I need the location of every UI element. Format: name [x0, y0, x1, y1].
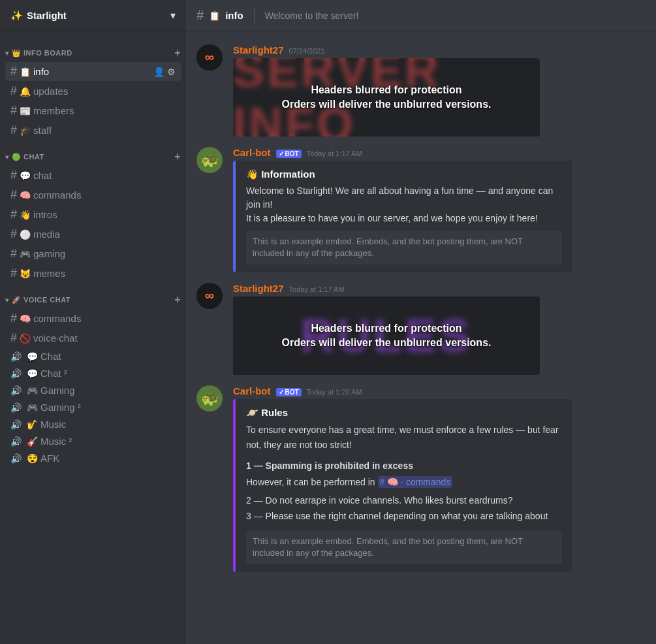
speaker-icon: 🔊	[10, 419, 22, 430]
blurred-image-info: SERVER INFO Headers blurred for protecti…	[233, 58, 540, 137]
channel-item-staff[interactable]: # 🎓 staff	[5, 121, 181, 140]
rule-2: 2 — Do not earrape in voice channels. Wh…	[246, 493, 562, 507]
voice-channel-gaming1[interactable]: 🔊 🎮 Gaming	[5, 382, 181, 398]
channel-item-media[interactable]: # ⚪ media	[5, 225, 181, 244]
rule-1-title: 1 — Spamming is prohibited in excess	[246, 459, 562, 473]
channel-name: members	[33, 105, 176, 116]
category-voice-chat[interactable]: ▾ 🚀 VOICE CHAT +	[0, 283, 186, 308]
message-timestamp: Today at 1:17 AM	[307, 150, 362, 157]
channel-name: updates	[33, 86, 176, 97]
message-timestamp: 07/24/2021	[289, 47, 325, 55]
message-group: 🐢 Carl-bot ✓ BOT Today at 1:20 AM 🪐 Rule…	[186, 383, 656, 575]
message-author: Starlight27	[233, 44, 284, 56]
channel-hash-icon: #	[10, 188, 17, 202]
channel-name: gaming	[33, 248, 176, 259]
voice-channel-music2[interactable]: 🔊 🎸 Music ²	[5, 433, 181, 449]
channel-item-voice-chat-text[interactable]: # 🚫 voice·chat	[5, 329, 181, 347]
message-author: Carl-bot	[233, 385, 271, 396]
voice-channel-name: Chat ²	[40, 368, 67, 379]
server-icon: ✨	[10, 10, 23, 22]
embed-rules-content: To ensure everyone has a great time, we …	[246, 423, 562, 523]
channel-hash-icon: #	[10, 312, 17, 325]
add-member-icon[interactable]: 👤	[153, 67, 164, 77]
channel-item-voice-commands[interactable]: # 🧠 commands	[5, 309, 181, 328]
svg-text:∞: ∞	[205, 288, 214, 302]
blur-protection-text: Headers blurred for protection Orders wi…	[282, 83, 492, 112]
server-chevron-icon: ▾	[170, 9, 176, 22]
voice-channel-name: Music	[40, 419, 66, 430]
channel-hash-icon: #	[10, 65, 17, 78]
add-channel-button[interactable]: +	[174, 47, 181, 59]
voice-channel-name: Gaming ²	[40, 402, 81, 413]
message-author: Starlight27	[233, 283, 284, 294]
channel-item-info[interactable]: # 📋 info 👤 ⚙	[5, 62, 181, 81]
voice-channel-music1[interactable]: 🔊 🎷 Music	[5, 416, 181, 432]
embed-info: 👋 Information Welcome to Starlight! We a…	[233, 161, 572, 272]
channel-hash-icon: #	[10, 227, 17, 241]
channel-emoji: ⚪	[20, 229, 31, 240]
channel-list: ▾ 👑 INFO BOARD + # 📋 info 👤 ⚙ # 🔔 update…	[0, 31, 186, 472]
voice-channel-name: AFK	[40, 453, 59, 464]
voice-emoji: 🎷	[27, 419, 38, 430]
category-arrow-icon: ▾	[5, 297, 9, 304]
bot-badge: ✓ BOT	[276, 150, 302, 158]
channel-name: staff	[33, 125, 176, 136]
voice-channel-name: Music ²	[40, 436, 72, 447]
speaker-icon: 🔊	[10, 351, 22, 362]
channel-hash-icon: #	[10, 331, 17, 345]
add-channel-button[interactable]: +	[174, 151, 181, 163]
header-emoji: 📋	[209, 10, 220, 21]
channel-item-intros[interactable]: # 👋 intros	[5, 205, 181, 224]
category-chat[interactable]: ▾ 🟢 CHAT +	[0, 140, 186, 165]
category-icon: 👑	[12, 49, 22, 57]
channel-hash-icon: #	[10, 104, 17, 118]
voice-emoji: 🎮	[27, 385, 38, 396]
channel-item-gaming[interactable]: # 🎮 gaming	[5, 244, 181, 263]
embed-footer: This is an example embed. Embeds, and th…	[246, 530, 562, 564]
speaker-icon: 🔊	[10, 453, 22, 464]
channel-name: commands	[33, 313, 176, 324]
channel-item-memes[interactable]: # 😺 memes	[5, 264, 181, 283]
category-label: INFO BOARD	[23, 49, 72, 57]
channel-name: info	[33, 66, 153, 77]
blurred-image-rules: RULES Headers blurred for protection Ord…	[233, 297, 540, 375]
voice-emoji: 🎸	[27, 436, 38, 447]
channel-hash-icon: #	[10, 266, 17, 280]
message-content: Carl-bot ✓ BOT Today at 1:17 AM 👋 Inform…	[233, 147, 646, 272]
embed-description: Welcome to Starlight! We are all about h…	[246, 184, 562, 225]
voice-channel-name: Gaming	[40, 385, 75, 396]
channel-emoji: 📋	[20, 67, 31, 77]
channel-emoji: 💬	[20, 170, 31, 181]
server-name: ✨ Starlight	[10, 10, 67, 22]
mention-hash: #	[380, 477, 385, 487]
voice-channel-chat2[interactable]: 🔊 💬 Chat ²	[5, 365, 181, 381]
channel-item-updates[interactable]: # 🔔 updates	[5, 82, 181, 101]
header-topic: Welcome to the server!	[265, 10, 359, 21]
channel-mention: # 🧠 · # 🧠 · commandscommands	[378, 476, 453, 488]
category-arrow-icon: ▾	[5, 50, 9, 57]
blur-protection-text: Headers blurred for protection Orders wi…	[282, 321, 492, 351]
add-channel-button[interactable]: +	[174, 294, 181, 306]
rules-intro: To ensure everyone has a great time, we …	[246, 423, 562, 452]
channel-item-chat[interactable]: # 💬 chat	[5, 166, 181, 185]
avatar: ∞	[196, 283, 223, 309]
channel-item-members[interactable]: # 📰 members	[5, 101, 181, 120]
embed-title: 👋 Information	[246, 169, 562, 180]
category-info-board[interactable]: ▾ 👑 INFO BOARD +	[0, 37, 186, 61]
settings-icon[interactable]: ⚙	[167, 67, 176, 77]
sidebar: ✨ Starlight ▾ ▾ 👑 INFO BOARD + # 📋 info …	[0, 0, 186, 644]
messages-area[interactable]: ∞ Starlight27 07/24/2021 SERVER INFO Hea…	[186, 31, 656, 644]
voice-emoji: 💬	[27, 351, 38, 362]
channel-item-commands[interactable]: # 🧠 commands	[5, 185, 181, 204]
message-meta: Carl-bot ✓ BOT Today at 1:17 AM	[233, 147, 646, 158]
channel-name: voice·chat	[33, 332, 176, 344]
voice-channel-chat1[interactable]: 🔊 💬 Chat	[5, 348, 181, 364]
channel-name: chat	[33, 170, 176, 181]
server-header[interactable]: ✨ Starlight ▾	[0, 0, 186, 31]
header-channel-name: info	[225, 10, 243, 21]
speaker-icon: 🔊	[10, 402, 22, 413]
voice-channel-afk[interactable]: 🔊 😵 AFK	[5, 450, 181, 466]
channel-hash-icon: #	[10, 247, 17, 261]
voice-channel-gaming2[interactable]: 🔊 🎮 Gaming ²	[5, 399, 181, 415]
channel-emoji: 📰	[20, 106, 31, 116]
